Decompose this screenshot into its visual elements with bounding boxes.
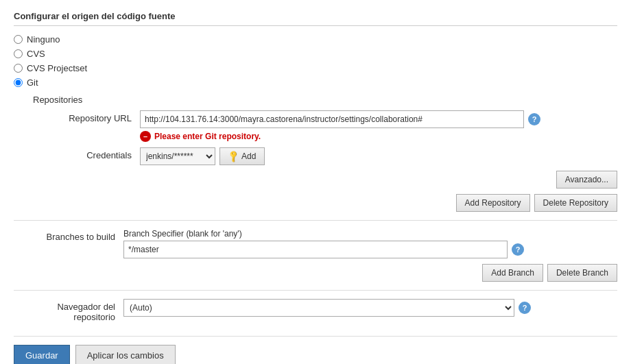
branch-help-icon[interactable]: ?: [512, 243, 524, 256]
add-repository-label: Add Repository: [465, 198, 521, 208]
source-options: Ninguno CVS CVS Projectset Git: [14, 34, 617, 88]
repository-url-content: ? – Please enter Git repository.: [140, 110, 617, 142]
navigator-label: Navegador del repositorio: [14, 299, 123, 322]
repository-url-help-icon[interactable]: ?: [528, 113, 540, 125]
radio-cvs[interactable]: CVS: [14, 49, 617, 59]
radio-ninguno-label: Ninguno: [27, 34, 60, 45]
add-credentials-label: Add: [241, 151, 256, 161]
bottom-bar: Guardar Aplicar los cambios: [14, 336, 617, 364]
page-title: Configurar el origen del código fuente: [14, 11, 617, 26]
add-repository-button[interactable]: Add Repository: [456, 194, 530, 212]
apply-label: Aplicar los cambios: [87, 350, 164, 361]
add-credentials-button[interactable]: 🔑 Add: [219, 147, 265, 165]
radio-git[interactable]: Git: [14, 77, 617, 88]
radio-cvs-label: CVS: [27, 49, 45, 59]
delete-repository-label: Delete Repository: [543, 198, 608, 208]
advanced-button[interactable]: Avanzado...: [556, 171, 617, 189]
key-icon: 🔑: [226, 149, 241, 164]
branch-specifier-label: Branch Specifier (blank for 'any'): [123, 229, 524, 239]
repo-actions: Add Repository Delete Repository: [30, 194, 617, 212]
radio-cvs-projectset-label: CVS Projectset: [27, 63, 87, 73]
navigator-row: Navegador del repositorio (Auto) ?: [14, 299, 617, 322]
delete-branch-button[interactable]: Delete Branch: [547, 264, 617, 282]
add-branch-label: Add Branch: [491, 268, 534, 278]
delete-repository-button[interactable]: Delete Repository: [534, 194, 617, 212]
credentials-label: Credentials: [30, 147, 140, 160]
error-icon: –: [140, 131, 151, 142]
add-branch-button[interactable]: Add Branch: [482, 264, 543, 282]
delete-branch-label: Delete Branch: [556, 268, 608, 278]
error-text: Please enter Git repository.: [154, 132, 261, 141]
branches-section: Branches to build Branch Specifier (blan…: [14, 229, 617, 282]
repositories-label: Repositories: [33, 95, 82, 105]
repository-url-row: Repository URL ? – Please enter Git repo…: [30, 110, 617, 142]
branch-specifier-row: Branches to build Branch Specifier (blan…: [14, 229, 617, 258]
navigator-help-icon[interactable]: ?: [519, 302, 531, 314]
divider-2: [14, 290, 617, 291]
navigator-select[interactable]: (Auto): [123, 299, 514, 317]
credentials-row: Credentials jenkins/****** 🔑 Add: [30, 147, 617, 165]
branch-content: Branch Specifier (blank for 'any') ?: [123, 229, 617, 258]
radio-ninguno[interactable]: Ninguno: [14, 34, 617, 45]
save-label: Guardar: [25, 350, 58, 361]
branch-specifier-input[interactable]: [123, 241, 508, 258]
apply-button[interactable]: Aplicar los cambios: [75, 345, 176, 364]
save-button[interactable]: Guardar: [14, 345, 70, 364]
credentials-select[interactable]: jenkins/******: [140, 147, 215, 165]
advanced-label: Avanzado...: [565, 175, 608, 184]
radio-git-input[interactable]: [14, 78, 23, 87]
repository-url-label: Repository URL: [30, 110, 140, 123]
branches-to-build-label: Branches to build: [14, 229, 123, 242]
navigator-content: (Auto) ?: [123, 299, 617, 317]
advanced-row: Avanzado...: [30, 171, 617, 189]
radio-ninguno-input[interactable]: [14, 35, 23, 44]
radio-cvs-projectset[interactable]: CVS Projectset: [14, 63, 617, 73]
credentials-content: jenkins/****** 🔑 Add: [140, 147, 617, 165]
divider-1: [14, 220, 617, 221]
branch-actions: Add Branch Delete Branch: [14, 264, 617, 282]
repository-url-input[interactable]: [140, 110, 524, 128]
error-message: – Please enter Git repository.: [140, 131, 617, 142]
radio-cvs-projectset-input[interactable]: [14, 64, 23, 73]
radio-git-label: Git: [27, 77, 38, 88]
radio-cvs-input[interactable]: [14, 49, 23, 58]
git-section: Repositories Repository URL ? – Please e…: [30, 95, 617, 212]
